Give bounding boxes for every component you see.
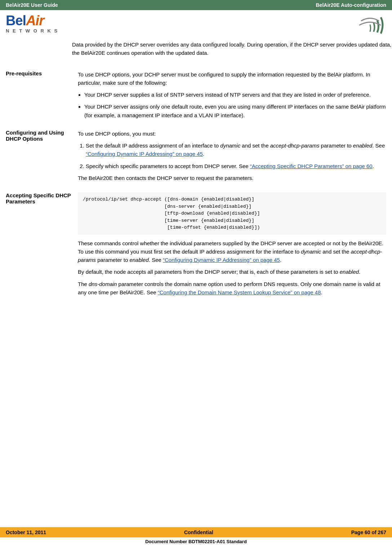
logo-air: Air: [26, 13, 44, 28]
section-content-accepting-dhcp: /protocol/ip/set dhcp-accept ([dns-domai…: [78, 192, 386, 300]
link-configuring-dynamic-ip-2[interactable]: “Configuring Dynamic IP Addressing” on p…: [163, 257, 280, 263]
footer-right: Page 60 of 267: [351, 529, 386, 535]
section-configuring-dhcp: Configuring and Using DHCP Options To us…: [6, 129, 386, 186]
link-accepting-specific-dhcp[interactable]: “Accepting Specific DHCP Parameters” on …: [250, 163, 373, 169]
italic-dns-domain: dns-domain: [89, 281, 117, 287]
intro-offset: [0, 40, 72, 57]
prereq-list: Your DHCP server supplies a list of SNTP…: [84, 91, 386, 119]
section-label-prereq: Pre-requisites: [6, 70, 78, 123]
italic-dynamic: dynamic: [220, 142, 240, 149]
prereq-item-1: Your DHCP server supplies a list of SNTP…: [84, 91, 386, 99]
config-dhcp-step-1: Set the default IP address assignment of…: [86, 141, 386, 158]
logo-networks: N E T W O R K S: [6, 28, 58, 34]
header-left: BelAir20E User Guide: [6, 2, 58, 8]
logo-text: BelAir N E T W O R K S: [6, 14, 58, 34]
logo-area: BelAir N E T W O R K S: [0, 10, 392, 40]
intro-text: Data provided by the DHCP server overrid…: [72, 40, 392, 57]
section-accepting-dhcp: Accepting Specific DHCP Parameters /prot…: [6, 192, 386, 300]
prereq-para: To use DHCP options, your DCHP server mu…: [78, 70, 386, 87]
section-label-config-dhcp: Configuring and Using DHCP Options: [6, 129, 78, 186]
footer: October 11, 2011 Confidential Page 60 of…: [0, 527, 392, 545]
accepting-dhcp-para-3: The dns-domain parameter controls the do…: [78, 280, 386, 297]
logo-bel: Bel: [6, 13, 26, 28]
logo-icon: [354, 14, 386, 39]
config-dhcp-intro: To use DHCP options, you must:: [78, 129, 386, 138]
accepting-dhcp-para-1: These commands control whether the indiv…: [78, 239, 386, 264]
section-label-accepting-dhcp: Accepting Specific DHCP Parameters: [6, 192, 78, 300]
logo-brand: BelAir: [6, 14, 58, 27]
footer-bar: October 11, 2011 Confidential Page 60 of…: [0, 527, 392, 537]
main-content: Pre-requisites To use DHCP options, your…: [0, 64, 392, 336]
section-pre-requisites: Pre-requisites To use DHCP options, your…: [6, 70, 386, 123]
intro-row: Data provided by the DHCP server overrid…: [0, 40, 392, 57]
italic-accept-dhcp: accept-dhcp-params: [270, 142, 320, 149]
footer-left: October 11, 2011: [6, 529, 46, 535]
config-dhcp-step-2: Specify which specific parameters to acc…: [86, 162, 386, 170]
italic-dynamic-2: dynamic: [301, 249, 321, 255]
config-dhcp-closing: The BelAir20E then contacts the DHCP ser…: [78, 174, 386, 182]
header-right: BelAir20E Auto-configuration: [316, 2, 387, 8]
section-content-prereq: To use DHCP options, your DCHP server mu…: [78, 70, 386, 123]
code-block-dhcp-accept: /protocol/ip/set dhcp-accept ([dns-domai…: [78, 192, 386, 235]
link-configuring-dns[interactable]: “Configuring the Domain Name System Look…: [158, 289, 321, 295]
header-bar: BelAir20E User Guide BelAir20E Auto-conf…: [0, 0, 392, 10]
italic-enabled: enabled: [353, 142, 372, 149]
accepting-dhcp-para-2: By default, the node accepts all paramet…: [78, 268, 386, 276]
intro-content: Data provided by the DHCP server overrid…: [72, 40, 392, 57]
italic-enabled-2: enabled: [129, 257, 148, 263]
link-configuring-dynamic-ip[interactable]: “Configuring Dynamic IP Addressing” on p…: [86, 151, 203, 157]
footer-doc-number: Document Number BDTM02201-A01 Standard: [0, 537, 392, 545]
footer-center: Confidential: [184, 529, 213, 535]
section-content-config-dhcp: To use DHCP options, you must: Set the d…: [78, 129, 386, 186]
prereq-item-2: Your DHCP server assigns only one defaul…: [84, 102, 386, 119]
config-dhcp-steps: Set the default IP address assignment of…: [86, 141, 386, 170]
italic-enabled-3: enabled: [340, 269, 359, 275]
